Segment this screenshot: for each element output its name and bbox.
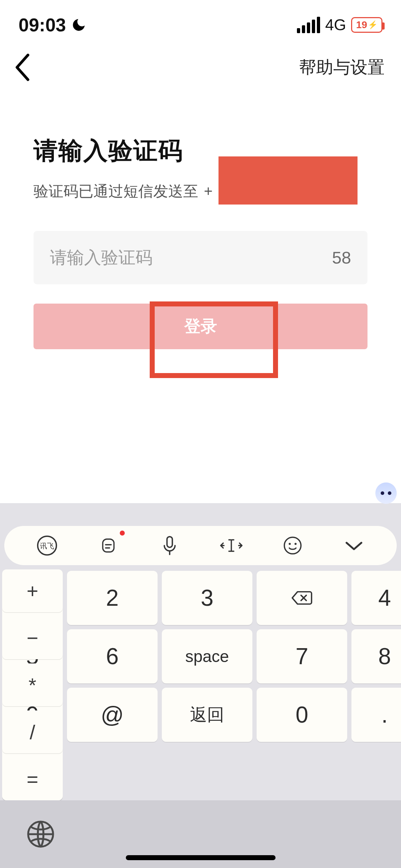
ime-brand-button[interactable]: 讯飞 (33, 531, 61, 560)
key-2[interactable]: 2 (67, 571, 158, 625)
collapse-keyboard-button[interactable] (340, 531, 368, 560)
status-bar: 09:03 4G 19 ⚡ (0, 0, 401, 39)
bolt-icon: ⚡ (368, 21, 377, 29)
status-time: 09:03 (19, 14, 66, 36)
key-6[interactable]: 6 (67, 629, 158, 683)
battery-percent: 19 (356, 19, 367, 31)
key-4[interactable]: 4 (351, 571, 401, 625)
main-content: 请输入验证码 验证码已通过短信发送至 + 请输入验证码 58 登录 (0, 81, 401, 349)
back-button[interactable] (14, 53, 31, 81)
login-button[interactable]: 登录 (34, 304, 367, 349)
svg-rect-3 (167, 537, 173, 547)
ime-mascot-icon[interactable] (375, 482, 397, 504)
dnd-moon-icon (71, 17, 87, 33)
status-left: 09:03 (19, 14, 87, 36)
key-backspace[interactable] (257, 571, 347, 625)
cursor-tools-button[interactable] (217, 531, 246, 560)
svg-point-6 (294, 543, 297, 545)
phone-prefix: + (204, 183, 213, 200)
key-minus[interactable]: − (2, 616, 63, 659)
keyboard-toolbar: 讯飞 (4, 526, 397, 565)
key-plus[interactable]: + (2, 569, 63, 612)
key-return-mode[interactable]: 返回 (162, 688, 252, 742)
key-0[interactable]: 0 (257, 688, 347, 742)
keyboard-bottom-bar (0, 800, 401, 868)
code-placeholder: 请输入验证码 (50, 246, 153, 269)
verification-code-input[interactable]: 请输入验证码 58 (34, 231, 367, 284)
help-settings-link[interactable]: 帮助与设置 (299, 56, 385, 79)
globe-button[interactable] (26, 819, 56, 849)
home-indicator[interactable] (126, 855, 276, 860)
svg-rect-2 (103, 539, 114, 552)
symbol-key-column: + − * / = (2, 569, 63, 800)
subtitle-text: 验证码已通过短信发送至 (34, 181, 198, 201)
key-slash[interactable]: / (2, 711, 63, 753)
resend-countdown: 58 (332, 248, 351, 268)
key-period[interactable]: . (351, 688, 401, 742)
status-right: 4G 19 ⚡ (297, 16, 382, 34)
signal-bars-icon (297, 17, 320, 33)
clipboard-button[interactable] (94, 531, 123, 560)
network-label: 4G (325, 16, 346, 34)
nav-bar: 帮助与设置 (0, 39, 401, 81)
keyboard: 讯飞 + 1 2 3 − 4 5 6 space * (0, 503, 401, 868)
key-asterisk[interactable]: * (2, 663, 63, 706)
key-equals[interactable]: = (2, 758, 63, 800)
key-at[interactable]: @ (67, 688, 158, 742)
key-3[interactable]: 3 (162, 571, 252, 625)
emoji-button[interactable] (278, 531, 307, 560)
key-space[interactable]: space (162, 629, 252, 683)
redacted-phone-block (219, 156, 358, 205)
svg-text:讯飞: 讯飞 (40, 542, 54, 550)
key-7[interactable]: 7 (257, 629, 347, 683)
svg-point-5 (289, 543, 291, 545)
battery-icon: 19 ⚡ (351, 17, 382, 33)
svg-point-4 (284, 537, 301, 554)
voice-input-button[interactable] (155, 531, 184, 560)
key-8[interactable]: 8 (351, 629, 401, 683)
